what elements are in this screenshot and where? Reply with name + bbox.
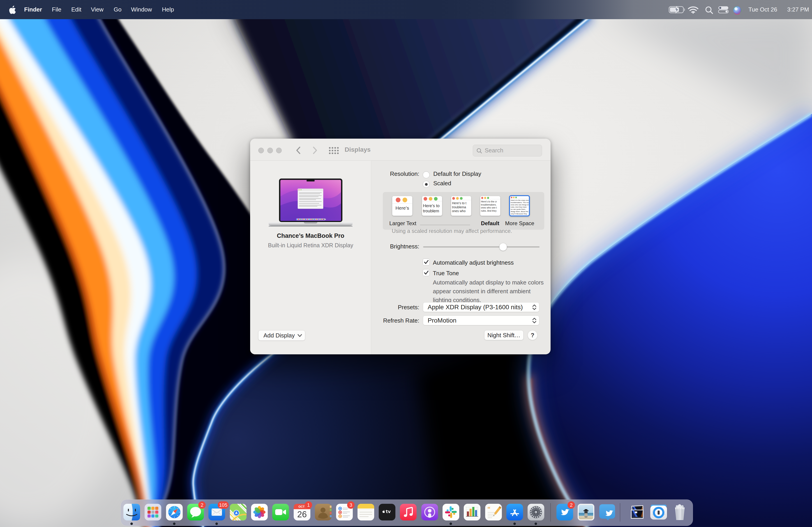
- svg-text:“: “: [488, 506, 490, 512]
- svg-text:26: 26: [297, 510, 307, 519]
- svg-text:OCT: OCT: [299, 505, 305, 508]
